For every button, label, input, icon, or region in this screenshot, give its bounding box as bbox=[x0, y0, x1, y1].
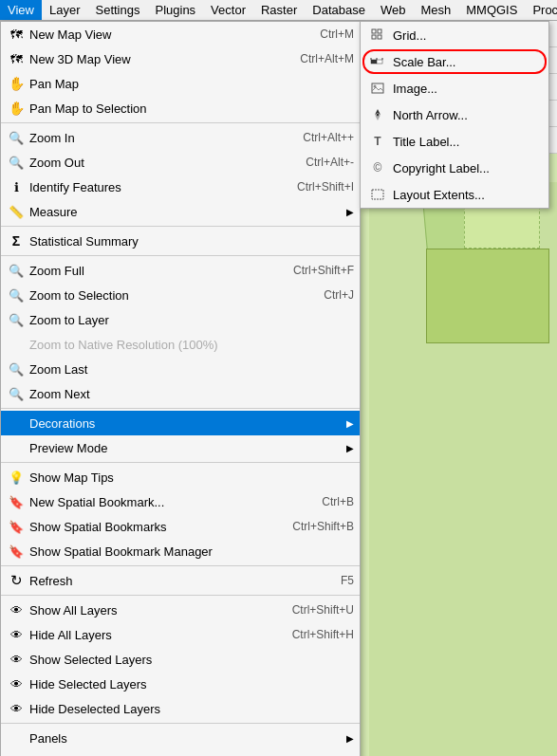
new-spatial-bookmark-label: New Spatial Bookmark... bbox=[29, 495, 303, 509]
menubar-layer[interactable]: Layer bbox=[42, 0, 88, 20]
sep-5 bbox=[1, 462, 360, 463]
sub-item-layout-extents[interactable]: Layout Extents... bbox=[361, 181, 548, 208]
show-selected-layers-icon: 👁 bbox=[7, 650, 26, 669]
sub-item-copyright-label[interactable]: © Copyright Label... bbox=[361, 155, 548, 181]
preview-mode-arrow: ▶ bbox=[346, 443, 354, 453]
menu-item-zoom-to-selection[interactable]: 🔍 Zoom to Selection Ctrl+J bbox=[1, 283, 360, 307]
menu-item-new-spatial-bookmark[interactable]: 🔖 New Spatial Bookmark... Ctrl+B bbox=[1, 489, 360, 514]
preview-mode-label: Preview Mode bbox=[29, 441, 186, 455]
zoom-in-label: Zoom In bbox=[29, 131, 284, 145]
svg-rect-3 bbox=[378, 35, 381, 39]
show-all-layers-icon: 👁 bbox=[7, 600, 26, 619]
menu-item-show-spatial-bookmark-manager[interactable]: 🔖 Show Spatial Bookmark Manager bbox=[1, 539, 360, 563]
measure-icon: 📏 bbox=[7, 202, 26, 221]
new-map-view-icon: 🗺 bbox=[7, 25, 26, 44]
show-map-tips-label: Show Map Tips bbox=[29, 470, 354, 485]
hide-all-layers-shortcut: Ctrl+Shift+H bbox=[292, 628, 354, 641]
svg-rect-2 bbox=[372, 35, 376, 39]
show-spatial-bookmarks-icon: 🔖 bbox=[7, 517, 26, 536]
menu-item-show-spatial-bookmarks[interactable]: 🔖 Show Spatial Bookmarks Ctrl+Shift+B bbox=[1, 514, 360, 539]
menu-item-show-selected-layers[interactable]: 👁 Show Selected Layers bbox=[1, 647, 360, 672]
menu-item-show-map-tips[interactable]: 💡 Show Map Tips bbox=[1, 465, 360, 489]
menu-item-statistical-summary[interactable]: Σ Statistical Summary bbox=[1, 229, 360, 253]
hide-deselected-layers-icon: 👁 bbox=[7, 699, 26, 718]
menu-item-toolbars[interactable]: Toolbars ▶ bbox=[1, 750, 360, 756]
sep-2 bbox=[1, 226, 360, 227]
pan-to-selection-icon: ✋ bbox=[7, 99, 26, 118]
zoom-out-shortcut: Ctrl+Alt+- bbox=[306, 156, 354, 169]
menubar-database[interactable]: Database bbox=[305, 0, 373, 20]
statistical-summary-label: Statistical Summary bbox=[29, 234, 354, 249]
menubar-view[interactable]: View bbox=[0, 0, 42, 20]
svg-rect-0 bbox=[372, 29, 376, 33]
new-map-view-label: New Map View bbox=[29, 28, 301, 42]
decorations-icon bbox=[7, 414, 26, 433]
menu-item-zoom-in[interactable]: 🔍 Zoom In Ctrl+Alt++ bbox=[1, 125, 360, 150]
menu-item-panels[interactable]: Panels ▶ bbox=[1, 726, 360, 750]
show-spatial-bookmark-manager-label: Show Spatial Bookmark Manager bbox=[29, 544, 354, 559]
scale-bar-label: Scale Bar... bbox=[393, 55, 541, 69]
menu-item-refresh[interactable]: ↻ Refresh F5 bbox=[1, 568, 360, 593]
zoom-to-layer-icon: 🔍 bbox=[7, 310, 26, 329]
map-canvas[interactable] bbox=[369, 182, 557, 756]
menu-item-new-3d-map-view[interactable]: 🗺 New 3D Map View Ctrl+Alt+M bbox=[1, 46, 360, 71]
zoom-to-selection-label: Zoom to Selection bbox=[29, 288, 305, 303]
menubar-settings[interactable]: Settings bbox=[87, 0, 147, 20]
decorations-submenu: Grid... Scale Bar... Image... bbox=[360, 21, 549, 209]
menu-item-show-all-layers[interactable]: 👁 Show All Layers Ctrl+Shift+U bbox=[1, 598, 360, 622]
zoom-out-label: Zoom Out bbox=[29, 156, 287, 170]
show-spatial-bookmark-manager-icon: 🔖 bbox=[7, 542, 26, 561]
menu-item-new-map-view[interactable]: 🗺 New Map View Ctrl+M bbox=[1, 22, 360, 46]
title-label-icon: T bbox=[368, 132, 387, 151]
sub-item-grid[interactable]: Grid... bbox=[361, 22, 548, 48]
menu-item-zoom-full[interactable]: 🔍 Zoom Full Ctrl+Shift+F bbox=[1, 258, 360, 283]
menubar-mmqgis[interactable]: MMQGIS bbox=[458, 0, 525, 20]
menu-item-preview-mode[interactable]: Preview Mode ▶ bbox=[1, 435, 360, 460]
menu-item-zoom-to-layer[interactable]: 🔍 Zoom to Layer bbox=[1, 307, 360, 332]
sep-4 bbox=[1, 408, 360, 409]
identify-features-icon: ℹ bbox=[7, 177, 26, 196]
menubar-web[interactable]: Web bbox=[373, 0, 414, 20]
menu-item-pan-map[interactable]: ✋ Pan Map bbox=[1, 71, 360, 96]
menu-item-identify-features[interactable]: ℹ Identify Features Ctrl+Shift+I bbox=[1, 175, 360, 199]
sub-item-image[interactable]: Image... bbox=[361, 75, 548, 101]
north-arrow-icon bbox=[368, 105, 387, 124]
sub-item-scale-bar[interactable]: Scale Bar... bbox=[361, 48, 548, 75]
title-label-label: Title Label... bbox=[393, 135, 541, 149]
menu-item-measure[interactable]: 📏 Measure ▶ bbox=[1, 199, 360, 224]
menu-item-hide-selected-layers[interactable]: 👁 Hide Selected Layers bbox=[1, 672, 360, 696]
map-parcel-3 bbox=[426, 249, 549, 343]
zoom-native-icon bbox=[7, 335, 26, 354]
menu-item-zoom-next[interactable]: 🔍 Zoom Next bbox=[1, 381, 360, 406]
refresh-icon: ↻ bbox=[7, 571, 26, 590]
identify-shortcut: Ctrl+Shift+I bbox=[297, 180, 354, 194]
grid-label: Grid... bbox=[393, 28, 541, 43]
menu-item-zoom-native[interactable]: Zoom to Native Resolution (100%) bbox=[1, 332, 360, 357]
hide-all-layers-icon: 👁 bbox=[7, 625, 26, 644]
new-3d-map-view-icon: 🗺 bbox=[7, 49, 26, 68]
menubar-mesh[interactable]: Mesh bbox=[413, 0, 458, 20]
zoom-in-icon: 🔍 bbox=[7, 128, 26, 147]
zoom-next-icon: 🔍 bbox=[7, 384, 26, 403]
zoom-next-label: Zoom Next bbox=[29, 387, 354, 401]
menubar-vector[interactable]: Vector bbox=[203, 0, 253, 20]
menubar-raster[interactable]: Raster bbox=[253, 0, 305, 20]
copyright-label-icon: © bbox=[368, 158, 387, 177]
sub-item-title-label[interactable]: T Title Label... bbox=[361, 128, 548, 155]
menu-item-pan-to-selection[interactable]: ✋ Pan Map to Selection bbox=[1, 96, 360, 120]
zoom-to-selection-icon: 🔍 bbox=[7, 286, 26, 304]
zoom-native-label: Zoom to Native Resolution (100%) bbox=[29, 338, 354, 352]
menu-item-hide-all-layers[interactable]: 👁 Hide All Layers Ctrl+Shift+H bbox=[1, 622, 360, 647]
menubar-plugins[interactable]: Plugins bbox=[147, 0, 203, 20]
menu-item-decorations[interactable]: Decorations ▶ bbox=[1, 411, 360, 435]
zoom-in-shortcut: Ctrl+Alt++ bbox=[303, 131, 354, 144]
zoom-last-label: Zoom Last bbox=[29, 362, 354, 377]
menu-item-zoom-out[interactable]: 🔍 Zoom Out Ctrl+Alt+- bbox=[1, 150, 360, 175]
menu-item-zoom-last[interactable]: 🔍 Zoom Last bbox=[1, 357, 360, 381]
statistical-summary-icon: Σ bbox=[7, 231, 26, 250]
grid-icon bbox=[368, 26, 387, 45]
menubar-processing[interactable]: Processing bbox=[525, 0, 557, 20]
new-map-view-shortcut: Ctrl+M bbox=[320, 28, 354, 41]
menu-item-hide-deselected-layers[interactable]: 👁 Hide Deselected Layers bbox=[1, 696, 360, 721]
sub-item-north-arrow[interactable]: North Arrow... bbox=[361, 101, 548, 128]
